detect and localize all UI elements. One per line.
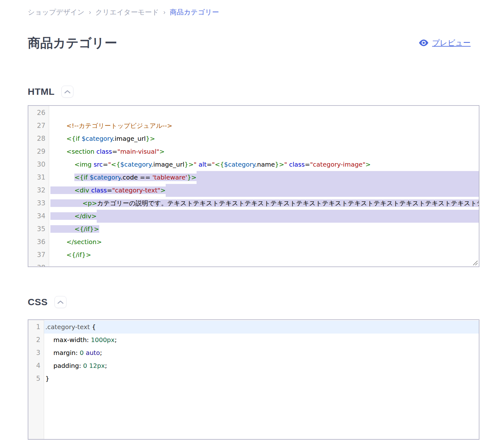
line-number: 37 bbox=[28, 249, 49, 261]
code-line: </section> bbox=[49, 236, 479, 249]
chevron-right-icon: › bbox=[89, 9, 91, 16]
line-number: 29 bbox=[28, 145, 49, 158]
code-line: <!--カテゴリートップビジュアル--> bbox=[49, 119, 479, 132]
line-number: 3 bbox=[28, 346, 44, 359]
line-number: 34 bbox=[28, 210, 49, 223]
html-section-header: HTML bbox=[28, 86, 479, 98]
chevron-up-icon bbox=[64, 90, 71, 94]
code-line: <img src="<{$category.image_url}>" alt="… bbox=[49, 158, 479, 171]
line-number: 36 bbox=[28, 236, 49, 249]
line-number: 2 bbox=[28, 334, 44, 346]
html-section-label: HTML bbox=[28, 86, 54, 97]
code-line: .category-text { bbox=[44, 321, 479, 334]
html-code-editor[interactable]: 26272829303132333435363738 <!--カテゴリートップビ… bbox=[28, 105, 479, 267]
breadcrumb-item-shop-design[interactable]: ショップデザイン bbox=[28, 8, 84, 17]
line-number: 33 bbox=[28, 197, 49, 210]
line-number: 38 bbox=[28, 261, 49, 267]
code-line: padding: 0 12px; bbox=[44, 359, 479, 372]
title-row: 商品カテゴリー プレビュー bbox=[28, 35, 479, 50]
page-title: 商品カテゴリー bbox=[28, 35, 117, 50]
code-line: <{if $category.code == 'tableware'}> bbox=[49, 171, 479, 184]
html-collapse-button[interactable] bbox=[61, 86, 73, 98]
html-code-area[interactable]: <!--カテゴリートップビジュアル--> <{if $category.imag… bbox=[49, 106, 479, 266]
chevron-right-icon: › bbox=[163, 9, 165, 16]
line-number: 4 bbox=[28, 359, 44, 372]
page: ショップデザイン › クリエイターモード › 商品カテゴリー 商品カテゴリー プ… bbox=[0, 0, 504, 440]
line-number: 31 bbox=[28, 171, 49, 184]
code-line: <{/if}> bbox=[49, 223, 479, 236]
breadcrumb: ショップデザイン › クリエイターモード › 商品カテゴリー bbox=[28, 0, 479, 17]
code-line bbox=[49, 106, 479, 119]
breadcrumb-item-creator-mode[interactable]: クリエイターモード bbox=[95, 8, 159, 17]
code-line: <div class="category-text"> bbox=[49, 184, 479, 197]
code-line: </div> bbox=[49, 210, 479, 223]
breadcrumb-item-product-category[interactable]: 商品カテゴリー bbox=[170, 8, 219, 17]
css-code-editor[interactable]: 12345 .category-text { max-width: 1000px… bbox=[28, 319, 479, 440]
preview-link[interactable]: プレビュー bbox=[419, 38, 471, 48]
code-line bbox=[49, 261, 479, 266]
resize-handle[interactable] bbox=[472, 259, 478, 266]
chevron-up-icon bbox=[57, 300, 64, 304]
code-line: <{if $category.image_url}> bbox=[49, 132, 479, 145]
line-number: 32 bbox=[28, 184, 49, 197]
css-code-area[interactable]: .category-text { max-width: 1000px; marg… bbox=[44, 320, 479, 439]
line-number-gutter: 12345 bbox=[28, 320, 44, 439]
line-number: 35 bbox=[28, 223, 49, 236]
line-number: 28 bbox=[28, 132, 49, 145]
code-line: max-width: 1000px; bbox=[44, 334, 479, 346]
code-line: <p>カテゴリーの説明です。テキストテキストテキストテキストテキストテキストテキ… bbox=[49, 197, 479, 210]
line-number: 26 bbox=[28, 106, 49, 119]
line-number: 1 bbox=[28, 321, 44, 334]
eye-icon bbox=[419, 39, 429, 46]
code-line: } bbox=[44, 372, 479, 385]
line-number: 5 bbox=[28, 372, 44, 385]
css-section-header: CSS bbox=[28, 296, 479, 308]
css-section-label: CSS bbox=[28, 297, 48, 307]
code-line: margin: 0 auto; bbox=[44, 346, 479, 359]
css-collapse-button[interactable] bbox=[54, 296, 66, 308]
line-number: 30 bbox=[28, 158, 49, 171]
code-line: <section class="main-visual"> bbox=[49, 145, 479, 158]
preview-label: プレビュー bbox=[432, 38, 471, 48]
code-line: <{/if}> bbox=[49, 249, 479, 261]
line-number: 27 bbox=[28, 119, 49, 132]
line-number-gutter: 26272829303132333435363738 bbox=[28, 106, 49, 266]
